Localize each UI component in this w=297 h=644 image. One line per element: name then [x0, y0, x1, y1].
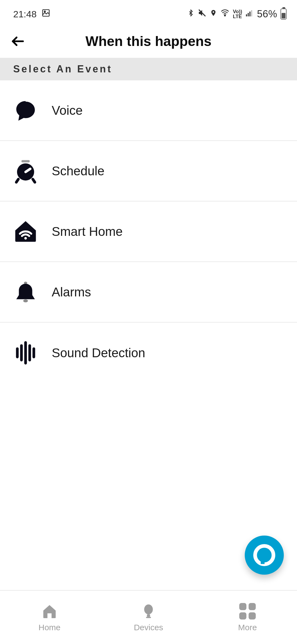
event-item-smart-home[interactable]: Smart Home	[0, 201, 297, 262]
svg-point-11	[24, 237, 27, 239]
battery-icon	[280, 9, 287, 20]
svg-point-1	[44, 11, 45, 12]
alarms-icon	[13, 280, 38, 304]
svg-rect-22	[146, 617, 151, 618]
nav-label: Home	[38, 623, 61, 632]
devices-icon	[140, 602, 157, 620]
signal-icon	[245, 9, 254, 19]
volte-icon: Vo))LTE	[233, 9, 242, 19]
status-bar: 21:48	[0, 0, 297, 25]
image-icon	[42, 9, 50, 20]
status-left: 21:48	[13, 9, 50, 20]
svg-rect-8	[251, 10, 252, 17]
page-title: When this happens	[8, 33, 289, 49]
header: When this happens	[0, 25, 297, 58]
event-label: Alarms	[52, 285, 91, 299]
bluetooth-icon	[187, 9, 194, 20]
event-label: Sound Detection	[52, 345, 145, 360]
event-label: Schedule	[52, 163, 105, 178]
section-header: Select An Event	[0, 58, 297, 80]
svg-rect-7	[249, 12, 251, 17]
more-icon	[239, 602, 256, 620]
svg-rect-9	[21, 160, 30, 162]
event-item-alarms[interactable]: Alarms	[0, 262, 297, 323]
svg-point-13	[23, 299, 28, 302]
svg-rect-6	[248, 13, 249, 17]
event-label: Voice	[52, 103, 83, 118]
schedule-icon	[13, 159, 38, 183]
alexa-icon	[253, 544, 275, 566]
svg-point-3	[213, 11, 214, 13]
status-time: 21:48	[13, 9, 37, 20]
nav-label: More	[238, 623, 257, 632]
event-list: Voice Schedule Smart Home	[0, 80, 297, 383]
event-item-sound-detection[interactable]: Sound Detection	[0, 323, 297, 383]
bottom-nav: Home Devices More	[0, 590, 297, 644]
status-right: Vo))LTE 56%	[187, 8, 287, 20]
location-icon	[210, 9, 217, 20]
event-item-schedule[interactable]: Schedule	[0, 141, 297, 201]
wifi-icon	[220, 9, 230, 20]
sound-detection-icon	[13, 340, 38, 365]
smart-home-icon	[13, 219, 38, 244]
svg-rect-21	[147, 614, 150, 617]
alexa-fab[interactable]	[245, 536, 284, 575]
event-item-voice[interactable]: Voice	[0, 80, 297, 141]
home-icon	[41, 602, 58, 620]
voice-icon	[13, 98, 38, 123]
status-battery-pct: 56%	[257, 8, 277, 20]
mute-icon	[198, 9, 207, 20]
event-label: Smart Home	[52, 224, 123, 239]
svg-point-4	[224, 15, 226, 16]
nav-devices[interactable]: Devices	[99, 591, 198, 644]
nav-more[interactable]: More	[198, 591, 297, 644]
svg-rect-5	[246, 14, 247, 17]
nav-label: Devices	[134, 623, 163, 632]
nav-home[interactable]: Home	[0, 591, 99, 644]
svg-point-20	[144, 604, 153, 614]
